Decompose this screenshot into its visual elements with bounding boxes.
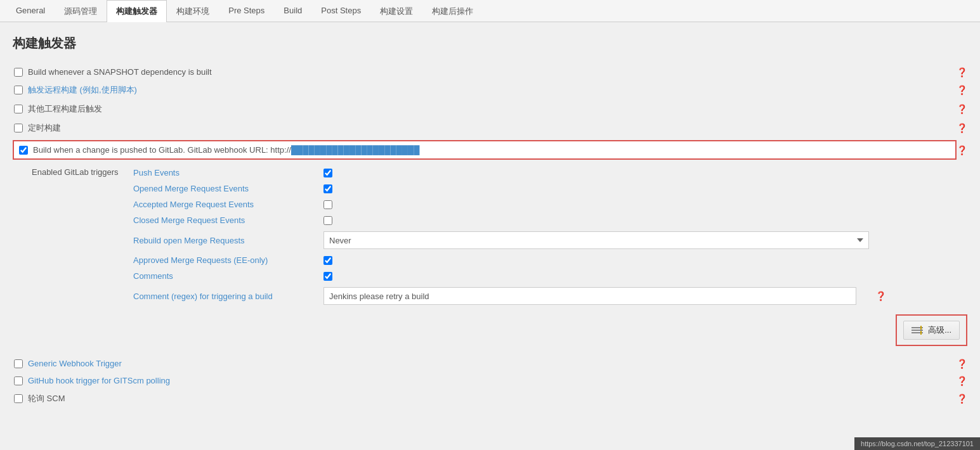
status-bar: https://blog.csdn.net/top_212337101 [854,437,980,440]
other-trigger-row-1: Generic Webhook Trigger ❓ [13,356,967,371]
svg-rect-3 [920,326,922,330]
triggers-table: Push Events Opened Merge Request Events … [133,165,967,308]
tab-postbuild[interactable]: 构建后操作 [422,0,483,22]
push-events-row: Push Events [133,165,967,181]
other-trigger3-help-icon[interactable]: ❓ [957,394,967,404]
approved-merge-checkbox[interactable] [323,256,332,265]
page-title: 构建触发器 [13,35,967,52]
trigger-row-2: 触发远程构建 (例如,使用脚本) ❓ [13,82,967,98]
advanced-section: 高级... [896,314,967,346]
trigger4-help-icon[interactable]: ❓ [957,123,967,133]
trigger2-help-icon[interactable]: ❓ [957,85,967,95]
other-trigger-row-3: 轮询 SCM ❓ [13,390,967,407]
trigger3-label: 其他工程构建后触发 [28,103,102,115]
gitlab-triggers-section: Enabled GitLab triggers Push Events Open… [32,165,967,308]
tab-presteps[interactable]: Pre Steps [219,0,274,22]
svg-rect-1 [911,330,923,331]
approved-merge-row: Approved Merge Requests (EE-only) [133,252,967,268]
trigger1-checkbox[interactable] [14,68,23,77]
other-trigger2-checkbox[interactable] [14,376,23,385]
trigger-list: Build whenever a SNAPSHOT dependency is … [13,65,967,161]
opened-merge-row: Opened Merge Request Events [133,181,967,196]
accepted-merge-row: Accepted Merge Request Events [133,196,967,212]
other-trigger-row-2: GitHub hook trigger for GITScm polling ❓ [13,373,967,388]
comment-regex-label: Comment (regex) for triggering a build [133,292,311,301]
tab-env[interactable]: 构建环境 [167,0,219,22]
closed-merge-row: Closed Merge Request Events [133,212,967,228]
tab-general[interactable]: General [6,0,55,22]
main-content: 构建触发器 Build whenever a SNAPSHOT dependen… [0,22,980,440]
accepted-merge-checkbox[interactable] [323,200,332,209]
other-trigger1-checkbox[interactable] [14,359,23,368]
other-trigger1-help-icon[interactable]: ❓ [957,359,967,369]
closed-merge-label: Closed Merge Request Events [133,215,311,225]
tab-triggers[interactable]: 构建触发器 [107,0,167,22]
other-trigger2-help-icon[interactable]: ❓ [957,376,967,386]
trigger-row-3: 其他工程构建后触发 ❓ [13,101,967,117]
closed-merge-checkbox[interactable] [323,216,332,225]
trigger-row-5: Build when a change is pushed to GitLab.… [13,139,967,161]
accepted-merge-label: Accepted Merge Request Events [133,200,311,209]
tab-poststeps[interactable]: Post Steps [311,0,370,22]
advanced-section-wrapper: 高级... [13,314,967,346]
trigger2-checkbox[interactable] [14,86,23,94]
trigger5-checkbox[interactable] [19,146,28,155]
trigger5-label: Build when a change is pushed to GitLab.… [33,145,420,155]
comment-regex-input[interactable] [323,287,856,305]
other-trigger3-label: 轮询 SCM [28,393,65,404]
advanced-btn-icon [911,326,924,335]
approved-merge-label: Approved Merge Requests (EE-only) [133,255,311,265]
trigger3-help-icon[interactable]: ❓ [957,104,967,114]
push-events-label: Push Events [133,168,311,177]
trigger5-help-icon[interactable]: ❓ [957,145,967,155]
other-triggers: Generic Webhook Trigger ❓ GitHub hook tr… [13,356,967,407]
trigger-row-1: Build whenever a SNAPSHOT dependency is … [13,65,967,79]
opened-merge-label: Opened Merge Request Events [133,184,311,193]
other-trigger2-label: GitHub hook trigger for GITScm polling [28,376,170,385]
trigger3-checkbox[interactable] [14,105,23,113]
tab-build[interactable]: Build [274,0,311,22]
comments-checkbox[interactable] [323,272,332,281]
comments-label: Comments [133,271,311,281]
advanced-button[interactable]: 高级... [903,321,960,340]
trigger4-checkbox[interactable] [14,124,23,132]
advanced-btn-label: 高级... [928,325,951,336]
svg-rect-4 [920,331,922,335]
rebuild-merge-row: Rebuild open Merge Requests Never On pus… [133,228,967,252]
trigger-row-4: 定时构建 ❓ [13,120,967,136]
comments-row: Comments [133,268,967,284]
trigger1-help-icon[interactable]: ❓ [957,67,967,77]
trigger2-label: 触发远程构建 (例如,使用脚本) [28,84,137,96]
rebuild-merge-label: Rebuild open Merge Requests [133,236,311,245]
rebuild-merge-select[interactable]: Never On push to source branch On push t… [323,231,869,249]
comment-regex-row: Comment (regex) for triggering a build ❓ [133,284,967,308]
other-trigger3-checkbox[interactable] [14,394,23,403]
tab-settings[interactable]: 构建设置 [370,0,422,22]
trigger1-label: Build whenever a SNAPSHOT dependency is … [28,67,212,77]
trigger4-label: 定时构建 [28,122,61,134]
tab-source[interactable]: 源码管理 [55,0,107,22]
push-events-checkbox[interactable] [323,169,332,177]
status-url: https://blog.csdn.net/top_212337101 [861,440,974,440]
comment-regex-help-icon[interactable]: ❓ [875,291,886,301]
opened-merge-checkbox[interactable] [323,184,332,193]
tab-bar: General 源码管理 构建触发器 构建环境 Pre Steps Build … [0,0,980,22]
enabled-gitlab-label: Enabled GitLab triggers [32,165,133,308]
other-trigger1-label: Generic Webhook Trigger [28,359,122,368]
